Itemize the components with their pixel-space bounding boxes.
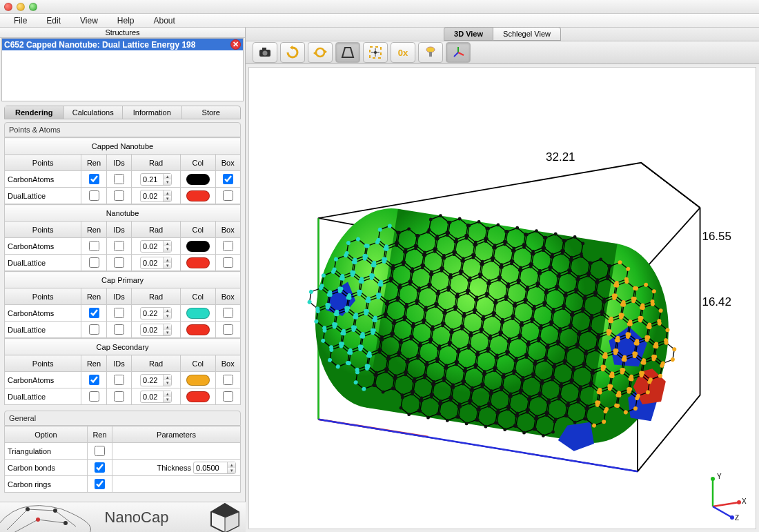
svg-point-1184	[711, 477, 715, 481]
content-area: 3D View Schlegel View 0x	[246, 28, 759, 532]
window-titlebar	[0, 0, 759, 14]
ren-checkbox[interactable]	[89, 257, 99, 268]
box-checkbox[interactable]	[223, 375, 233, 385]
svg-point-5	[26, 507, 30, 511]
tab-rendering[interactable]: Rendering	[5, 106, 64, 119]
reset-zoom-icon[interactable]: 0x	[391, 42, 415, 63]
nanocap-logo: NanoCap	[0, 502, 246, 532]
color-swatch[interactable]	[186, 241, 210, 252]
section-table: Capped Nanotube PointsRenIDsRadColBoxCar…	[4, 137, 241, 204]
radius-stepper[interactable]: ▴▾	[140, 190, 172, 202]
ids-checkbox[interactable]	[114, 241, 124, 251]
radius-stepper[interactable]: ▴▾	[140, 374, 172, 386]
svg-line-26	[458, 52, 464, 55]
row-label: CarbonAtoms	[5, 372, 81, 388]
minimize-window[interactable]	[17, 3, 25, 11]
row-label: DualLattice	[5, 255, 81, 271]
ren-checkbox[interactable]	[89, 308, 99, 318]
section-table: Cap Primary PointsRenIDsRadColBoxCarbonA…	[4, 271, 241, 338]
rotate-sync-icon[interactable]	[308, 42, 333, 63]
ren-checkbox[interactable]	[95, 462, 105, 473]
svg-text:Y: Y	[717, 473, 722, 480]
ren-checkbox[interactable]	[95, 446, 105, 456]
menu-edit[interactable]: Edit	[37, 14, 70, 27]
menu-help[interactable]: Help	[108, 14, 144, 27]
radius-stepper[interactable]: ▴▾	[140, 240, 172, 253]
svg-rect-24	[429, 52, 432, 57]
ren-checkbox[interactable]	[95, 479, 105, 489]
ids-checkbox[interactable]	[114, 375, 124, 385]
ren-checkbox[interactable]	[89, 190, 99, 201]
ids-checkbox[interactable]	[114, 190, 124, 201]
points-atoms-label: Points & Atoms	[4, 122, 241, 137]
3d-viewport[interactable]: 32.21 16.55 16.42 Y X Z	[248, 67, 756, 529]
ids-checkbox[interactable]	[114, 308, 124, 318]
box-checkbox[interactable]	[223, 190, 233, 201]
close-icon[interactable]: ✕	[230, 39, 241, 50]
general-label: General	[4, 411, 241, 426]
ren-checkbox[interactable]	[89, 241, 99, 251]
zoom-window[interactable]	[29, 3, 37, 11]
ren-checkbox[interactable]	[89, 391, 99, 402]
structures-list[interactable]: C652 Capped Nanotube: Dual Lattice Energ…	[1, 38, 244, 101]
tab-store[interactable]: Store	[182, 106, 241, 119]
color-swatch[interactable]	[186, 391, 210, 402]
ids-checkbox[interactable]	[114, 257, 124, 268]
svg-point-14	[263, 51, 268, 56]
axes-icon[interactable]	[446, 42, 471, 63]
section-table: Nanotube PointsRenIDsRadColBoxCarbonAtom…	[4, 204, 241, 271]
light-icon[interactable]	[418, 42, 443, 63]
ren-checkbox[interactable]	[89, 324, 99, 335]
svg-marker-17	[313, 51, 316, 55]
color-swatch[interactable]	[186, 308, 210, 319]
svg-point-1186	[737, 500, 741, 504]
radius-stepper[interactable]: ▴▾	[140, 307, 172, 319]
center-icon[interactable]	[363, 42, 388, 63]
svg-marker-15	[290, 46, 293, 50]
row-label: CarbonAtoms	[5, 238, 81, 255]
box-checkbox[interactable]	[223, 324, 233, 335]
box-checkbox[interactable]	[223, 308, 233, 318]
color-swatch[interactable]	[186, 375, 210, 386]
svg-point-1188	[730, 515, 734, 520]
svg-marker-16	[324, 50, 327, 54]
tab-calculations[interactable]: Calculations	[64, 106, 124, 119]
tab-information[interactable]: Information	[123, 106, 182, 119]
color-swatch[interactable]	[186, 174, 210, 185]
box-checkbox[interactable]	[223, 174, 233, 184]
ids-checkbox[interactable]	[114, 324, 124, 335]
ids-checkbox[interactable]	[114, 174, 124, 184]
color-swatch[interactable]	[186, 257, 210, 268]
ren-checkbox[interactable]	[89, 174, 99, 184]
menu-view[interactable]: View	[70, 14, 108, 27]
box-checkbox[interactable]	[223, 391, 233, 402]
svg-point-208	[308, 290, 313, 295]
structure-item[interactable]: C652 Capped Nanotube: Dual Lattice Energ…	[2, 39, 243, 50]
color-swatch[interactable]	[186, 190, 210, 201]
color-swatch[interactable]	[186, 324, 210, 335]
row-label: DualLattice	[5, 388, 81, 405]
param-stepper[interactable]: ▴▾	[193, 462, 236, 474]
svg-point-7	[36, 518, 40, 522]
radius-stepper[interactable]: ▴▾	[140, 391, 172, 403]
svg-line-29	[641, 163, 700, 208]
menu-file[interactable]: File	[4, 14, 37, 27]
radius-stepper[interactable]: ▴▾	[140, 324, 172, 336]
box-checkbox[interactable]	[223, 257, 233, 268]
radius-stepper[interactable]: ▴▾	[140, 257, 172, 269]
svg-line-4	[38, 520, 66, 523]
perspective-icon[interactable]	[335, 42, 360, 63]
ren-checkbox[interactable]	[89, 375, 99, 385]
menu-about[interactable]: About	[144, 14, 185, 27]
tab-schlegel-view[interactable]: Schlegel View	[493, 27, 561, 41]
ids-checkbox[interactable]	[114, 391, 124, 402]
close-window[interactable]	[4, 3, 12, 11]
tab-3d-view[interactable]: 3D View	[444, 27, 493, 41]
box-checkbox[interactable]	[223, 241, 233, 251]
camera-icon[interactable]	[253, 42, 277, 63]
svg-point-6	[53, 509, 57, 513]
row-label: DualLattice	[5, 188, 81, 204]
axes-gizmo: Y X Z	[699, 472, 747, 520]
radius-stepper[interactable]: ▴▾	[140, 173, 172, 186]
rotate-ccw-icon[interactable]	[280, 42, 305, 63]
